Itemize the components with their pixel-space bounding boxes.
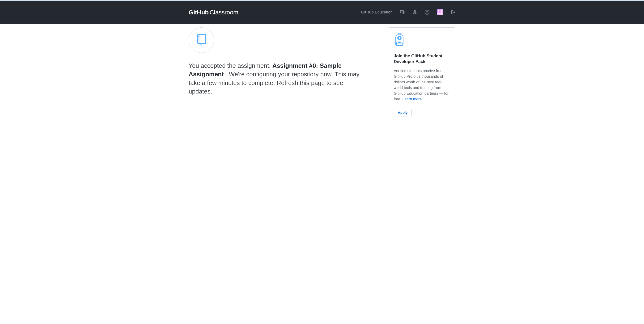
comment-discussion-icon[interactable] <box>400 10 405 15</box>
acceptance-message: You accepted the assignment, Assignment … <box>188 62 368 96</box>
github-classroom-logo[interactable]: GitHub Classroom <box>188 9 238 16</box>
github-education-link[interactable]: GitHub Education <box>361 10 392 15</box>
card-body-text: Verified students receive free GitHub Pr… <box>394 69 448 101</box>
assignment-icon-circle <box>188 28 214 53</box>
svg-point-3 <box>198 38 199 38</box>
svg-point-2 <box>198 36 199 37</box>
main-content: You accepted the assignment, Assignment … <box>188 28 378 96</box>
user-avatar[interactable] <box>437 9 443 15</box>
help-icon[interactable] <box>425 10 430 15</box>
backpack-icon <box>394 33 450 48</box>
header-nav: GitHub Education <box>361 9 456 15</box>
logo-github-text: GitHub <box>188 9 209 16</box>
message-prefix: You accepted the assignment, <box>188 62 272 69</box>
page-container: You accepted the assignment, Assignment … <box>188 24 456 132</box>
student-pack-card: Join the GitHub Student Developer Pack V… <box>388 28 456 122</box>
card-body: Verified students receive free GitHub Pr… <box>394 68 450 102</box>
apply-button[interactable]: Apply <box>394 109 412 116</box>
svg-point-4 <box>198 39 199 40</box>
learn-more-link[interactable]: Learn more <box>402 97 422 101</box>
header-inner: GitHub Classroom GitHub Education <box>188 9 456 16</box>
sign-out-icon[interactable] <box>451 10 456 15</box>
bug-icon[interactable] <box>412 10 417 15</box>
card-title: Join the GitHub Student Developer Pack <box>394 53 450 65</box>
repo-icon <box>195 33 208 47</box>
site-header: GitHub Classroom GitHub Education <box>0 1 644 24</box>
logo-classroom-text: Classroom <box>210 9 238 16</box>
